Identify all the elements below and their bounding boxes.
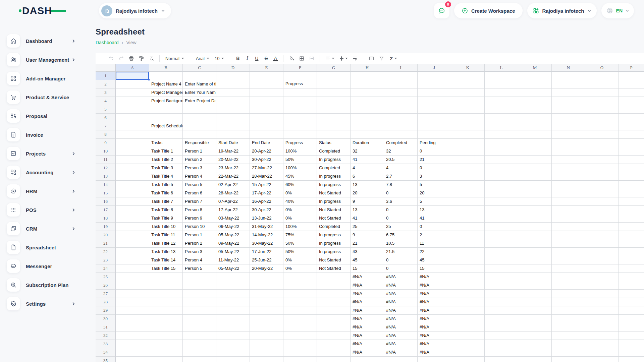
cell-P35[interactable] bbox=[619, 357, 644, 362]
cell-F15[interactable]: 0% bbox=[283, 189, 317, 197]
paragraph-style-select[interactable]: Normal bbox=[163, 54, 186, 62]
cell-P18[interactable] bbox=[619, 214, 644, 223]
cell-L32[interactable] bbox=[485, 331, 518, 340]
cell-O1[interactable] bbox=[585, 72, 619, 80]
row-header-19[interactable]: 19 bbox=[96, 223, 116, 231]
cell-O17[interactable] bbox=[585, 206, 619, 214]
cell-H29[interactable]: #N/A bbox=[351, 306, 384, 315]
cell-F33[interactable] bbox=[283, 340, 317, 348]
cell-M6[interactable] bbox=[518, 114, 552, 122]
cell-B19[interactable]: Task Title 10 bbox=[149, 223, 183, 231]
cell-E30[interactable] bbox=[250, 315, 283, 323]
cell-O5[interactable] bbox=[585, 105, 619, 114]
cell-C23[interactable]: Person 4 bbox=[183, 256, 216, 264]
cell-L31[interactable] bbox=[485, 323, 518, 331]
cell-G24[interactable]: Not Started bbox=[317, 264, 351, 273]
cell-I17[interactable]: 0 bbox=[384, 206, 418, 214]
cell-H32[interactable]: #N/A bbox=[351, 331, 384, 340]
cell-N11[interactable] bbox=[552, 156, 585, 164]
cell-A26[interactable] bbox=[116, 281, 149, 290]
cell-D15[interactable]: 28-Mar-22 bbox=[216, 189, 250, 197]
row-header-21[interactable]: 21 bbox=[96, 239, 116, 248]
cell-B25[interactable] bbox=[149, 273, 183, 281]
cell-D10[interactable]: 19-Mar-22 bbox=[216, 147, 250, 156]
cell-I7[interactable] bbox=[384, 122, 418, 130]
cell-D30[interactable] bbox=[216, 315, 250, 323]
row-header-13[interactable]: 13 bbox=[96, 172, 116, 181]
cell-I10[interactable]: 32 bbox=[384, 147, 418, 156]
cell-A21[interactable] bbox=[116, 239, 149, 248]
cell-A23[interactable] bbox=[116, 256, 149, 264]
cell-B13[interactable]: Task Title 4 bbox=[149, 172, 183, 181]
cell-L4[interactable] bbox=[485, 97, 518, 105]
cell-P22[interactable] bbox=[619, 248, 644, 256]
cell-J13[interactable]: 3 bbox=[418, 172, 451, 181]
cell-H12[interactable]: 4 bbox=[351, 164, 384, 172]
cell-K14[interactable] bbox=[451, 181, 485, 189]
merge-cells-button[interactable] bbox=[307, 54, 316, 62]
cell-F5[interactable] bbox=[283, 105, 317, 114]
column-header-F[interactable]: F bbox=[283, 64, 317, 72]
cell-N21[interactable] bbox=[552, 239, 585, 248]
fill-handle[interactable] bbox=[148, 79, 150, 81]
cell-A29[interactable] bbox=[116, 306, 149, 315]
row-header-28[interactable]: 28 bbox=[96, 298, 116, 306]
cell-G20[interactable]: In progress bbox=[317, 231, 351, 239]
cell-I26[interactable]: #N/A bbox=[384, 281, 418, 290]
row-header-20[interactable]: 20 bbox=[96, 231, 116, 239]
cell-B1[interactable] bbox=[149, 72, 183, 80]
cell-G11[interactable]: In progress bbox=[317, 156, 351, 164]
sidebar-item-proposal[interactable]: Proposal bbox=[7, 109, 96, 123]
cell-F29[interactable] bbox=[283, 306, 317, 315]
cell-F17[interactable]: 0% bbox=[283, 206, 317, 214]
cell-F18[interactable]: 0% bbox=[283, 214, 317, 223]
cell-N7[interactable] bbox=[552, 122, 585, 130]
cell-I27[interactable]: #N/A bbox=[384, 290, 418, 298]
cell-B35[interactable] bbox=[149, 357, 183, 362]
cell-O11[interactable] bbox=[585, 156, 619, 164]
cell-B16[interactable]: Task Title 7 bbox=[149, 197, 183, 206]
cell-I33[interactable]: #N/A bbox=[384, 340, 418, 348]
cell-E10[interactable]: 20-Apr-22 bbox=[250, 147, 283, 156]
cell-A3[interactable] bbox=[116, 88, 149, 97]
font-family-select[interactable]: Arial bbox=[194, 54, 211, 62]
cell-O29[interactable] bbox=[585, 306, 619, 315]
column-header-D[interactable]: D bbox=[216, 64, 250, 72]
cell-K11[interactable] bbox=[451, 156, 485, 164]
cell-B8[interactable] bbox=[149, 130, 183, 139]
cell-I15[interactable]: 0 bbox=[384, 189, 418, 197]
cell-M28[interactable] bbox=[518, 298, 552, 306]
cell-N31[interactable] bbox=[552, 323, 585, 331]
cell-L28[interactable] bbox=[485, 298, 518, 306]
cell-J14[interactable]: 5 bbox=[418, 181, 451, 189]
cell-M29[interactable] bbox=[518, 306, 552, 315]
cell-J19[interactable]: 0 bbox=[418, 223, 451, 231]
row-header-18[interactable]: 18 bbox=[96, 214, 116, 223]
cell-C1[interactable] bbox=[183, 72, 216, 80]
cell-G29[interactable] bbox=[317, 306, 351, 315]
column-header-J[interactable]: J bbox=[418, 64, 451, 72]
cell-B31[interactable] bbox=[149, 323, 183, 331]
cell-F1[interactable] bbox=[283, 72, 317, 80]
cell-I30[interactable]: #N/A bbox=[384, 315, 418, 323]
cell-K32[interactable] bbox=[451, 331, 485, 340]
column-header-M[interactable]: M bbox=[518, 64, 552, 72]
cell-L23[interactable] bbox=[485, 256, 518, 264]
cell-H7[interactable] bbox=[351, 122, 384, 130]
column-header-G[interactable]: G bbox=[317, 64, 351, 72]
cell-D1[interactable] bbox=[216, 72, 250, 80]
cell-N27[interactable] bbox=[552, 290, 585, 298]
cell-K33[interactable] bbox=[451, 340, 485, 348]
cell-F9[interactable]: Progress bbox=[283, 139, 317, 147]
cell-L24[interactable] bbox=[485, 264, 518, 273]
row-header-33[interactable]: 33 bbox=[96, 340, 116, 348]
cell-O28[interactable] bbox=[585, 298, 619, 306]
cell-D7[interactable] bbox=[216, 122, 250, 130]
cell-L35[interactable] bbox=[485, 357, 518, 362]
cell-M19[interactable] bbox=[518, 223, 552, 231]
cell-B34[interactable] bbox=[149, 348, 183, 357]
cell-I22[interactable]: 21.5 bbox=[384, 248, 418, 256]
cell-M27[interactable] bbox=[518, 290, 552, 298]
cell-B23[interactable]: Task Title 14 bbox=[149, 256, 183, 264]
row-header-1[interactable]: 1 bbox=[96, 72, 116, 80]
